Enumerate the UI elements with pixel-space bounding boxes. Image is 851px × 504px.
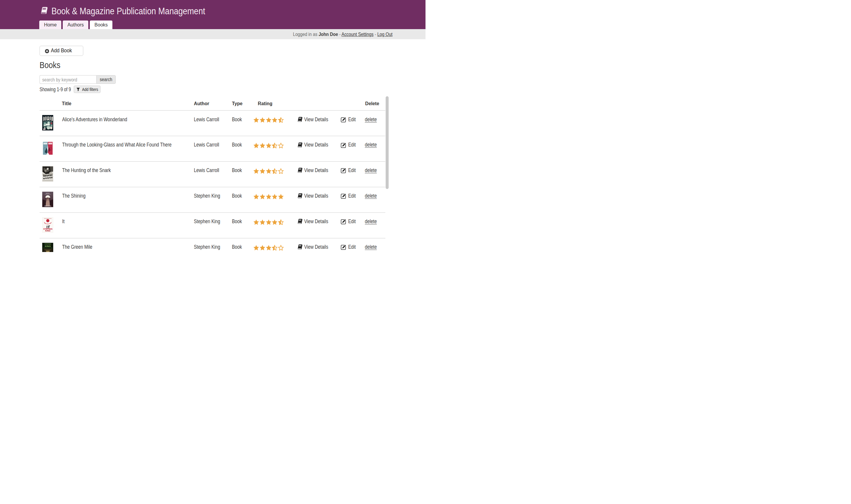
- svg-text:KING: KING: [45, 245, 51, 247]
- svg-text:KING: KING: [46, 192, 50, 194]
- svg-text:SHINING: SHINING: [44, 205, 51, 207]
- svg-text:KING: KING: [45, 230, 51, 232]
- svg-text:STEPHEN: STEPHEN: [45, 243, 51, 245]
